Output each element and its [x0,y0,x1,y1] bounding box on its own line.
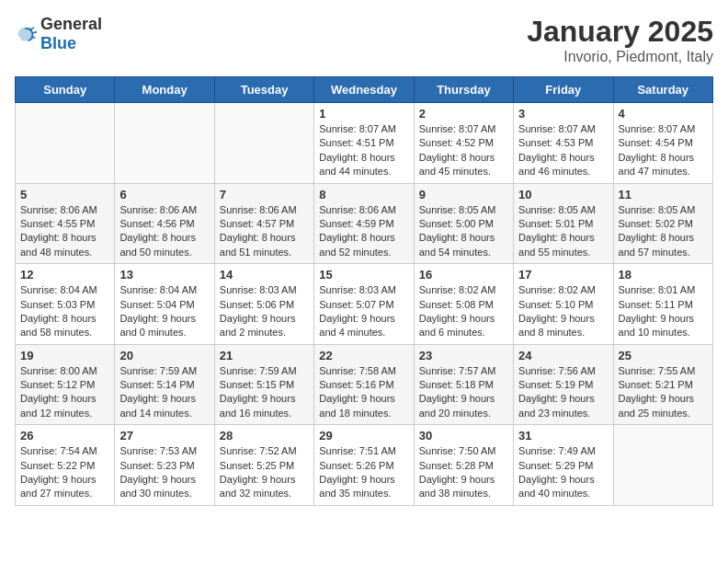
weekday-header-saturday: Saturday [613,77,712,103]
calendar-day-cell: 2Sunrise: 8:07 AM Sunset: 4:52 PM Daylig… [414,103,513,184]
day-number: 20 [119,349,209,362]
weekday-header-thursday: Thursday [414,77,513,103]
day-info: Sunrise: 7:49 AM Sunset: 5:29 PM Dayligh… [518,444,608,501]
day-info: Sunrise: 8:07 AM Sunset: 4:51 PM Dayligh… [319,122,408,179]
calendar-day-cell: 12Sunrise: 8:04 AM Sunset: 5:03 PM Dayli… [16,264,115,345]
day-info: Sunrise: 7:51 AM Sunset: 5:26 PM Dayligh… [319,444,408,501]
day-number: 4 [619,107,708,121]
calendar-day-cell: 4Sunrise: 8:07 AM Sunset: 4:54 PM Daylig… [613,103,712,184]
day-number: 26 [20,429,109,442]
calendar-day-cell: 6Sunrise: 8:06 AM Sunset: 4:56 PM Daylig… [115,183,214,264]
day-number: 19 [20,349,109,362]
calendar-week-row: 19Sunrise: 8:00 AM Sunset: 5:12 PM Dayli… [16,344,713,425]
day-info: Sunrise: 8:06 AM Sunset: 4:56 PM Dayligh… [119,203,209,260]
calendar-day-cell: 24Sunrise: 7:56 AM Sunset: 5:19 PM Dayli… [514,344,613,425]
day-info: Sunrise: 7:55 AM Sunset: 5:21 PM Dayligh… [619,364,708,421]
day-number: 30 [419,429,508,442]
day-number: 12 [20,268,109,282]
day-number: 31 [518,429,608,442]
calendar-day-cell: 23Sunrise: 7:57 AM Sunset: 5:18 PM Dayli… [414,344,513,425]
calendar-day-cell: 22Sunrise: 7:58 AM Sunset: 5:16 PM Dayli… [314,344,414,425]
day-info: Sunrise: 7:59 AM Sunset: 5:14 PM Dayligh… [119,364,209,421]
day-number: 24 [518,349,608,362]
calendar-day-cell: 9Sunrise: 8:05 AM Sunset: 5:00 PM Daylig… [414,183,513,264]
calendar-day-cell: 7Sunrise: 8:06 AM Sunset: 4:57 PM Daylig… [214,183,313,264]
day-info: Sunrise: 7:54 AM Sunset: 5:22 PM Dayligh… [20,444,109,501]
day-number: 6 [119,188,209,201]
day-number: 11 [619,188,708,201]
day-number: 17 [518,268,608,282]
calendar-day-cell [214,103,313,184]
day-info: Sunrise: 7:50 AM Sunset: 5:28 PM Dayligh… [419,444,508,501]
day-number: 1 [319,107,408,121]
calendar-day-cell: 25Sunrise: 7:55 AM Sunset: 5:21 PM Dayli… [613,344,712,425]
day-number: 22 [319,349,408,362]
calendar-week-row: 1Sunrise: 8:07 AM Sunset: 4:51 PM Daylig… [16,103,713,184]
location-subtitle: Invorio, Piedmont, Italy [527,49,713,65]
page-header: General Blue January 2025 Invorio, Piedm… [15,15,713,65]
calendar-day-cell: 14Sunrise: 8:03 AM Sunset: 5:06 PM Dayli… [214,264,313,345]
calendar-day-cell: 28Sunrise: 7:52 AM Sunset: 5:25 PM Dayli… [214,425,313,506]
calendar-day-cell: 16Sunrise: 8:02 AM Sunset: 5:08 PM Dayli… [414,264,513,345]
day-info: Sunrise: 7:59 AM Sunset: 5:15 PM Dayligh… [220,364,309,421]
calendar-day-cell: 21Sunrise: 7:59 AM Sunset: 5:15 PM Dayli… [214,344,313,425]
day-info: Sunrise: 7:53 AM Sunset: 5:23 PM Dayligh… [119,444,209,501]
calendar-day-cell: 31Sunrise: 7:49 AM Sunset: 5:29 PM Dayli… [514,425,613,506]
day-number: 2 [419,107,508,121]
day-number: 21 [220,349,309,362]
title-area: January 2025 Invorio, Piedmont, Italy [527,15,713,65]
day-number: 23 [419,349,508,362]
day-info: Sunrise: 8:07 AM Sunset: 4:52 PM Dayligh… [419,122,508,179]
day-info: Sunrise: 8:06 AM Sunset: 4:57 PM Dayligh… [220,203,309,260]
day-number: 18 [619,268,708,282]
weekday-header-row: SundayMondayTuesdayWednesdayThursdayFrid… [16,77,713,103]
day-number: 27 [119,429,209,442]
logo-blue: Blue [40,34,76,52]
calendar-day-cell [115,103,214,184]
day-number: 3 [518,107,608,121]
day-info: Sunrise: 8:05 AM Sunset: 5:02 PM Dayligh… [619,203,708,260]
calendar-day-cell: 10Sunrise: 8:05 AM Sunset: 5:01 PM Dayli… [514,183,613,264]
day-info: Sunrise: 8:03 AM Sunset: 5:06 PM Dayligh… [220,283,309,340]
day-info: Sunrise: 8:01 AM Sunset: 5:11 PM Dayligh… [619,283,708,340]
day-number: 10 [518,188,608,201]
calendar-week-row: 5Sunrise: 8:06 AM Sunset: 4:55 PM Daylig… [16,183,713,264]
month-title: January 2025 [527,15,713,49]
day-info: Sunrise: 7:56 AM Sunset: 5:19 PM Dayligh… [518,364,608,421]
day-info: Sunrise: 8:02 AM Sunset: 5:08 PM Dayligh… [419,283,508,340]
day-info: Sunrise: 8:02 AM Sunset: 5:10 PM Dayligh… [518,283,608,340]
calendar-day-cell: 1Sunrise: 8:07 AM Sunset: 4:51 PM Daylig… [314,103,414,184]
weekday-header-tuesday: Tuesday [214,77,313,103]
calendar-table: SundayMondayTuesdayWednesdayThursdayFrid… [15,76,713,506]
day-info: Sunrise: 8:00 AM Sunset: 5:12 PM Dayligh… [20,364,109,421]
calendar-day-cell: 3Sunrise: 8:07 AM Sunset: 4:53 PM Daylig… [514,103,613,184]
calendar-day-cell: 29Sunrise: 7:51 AM Sunset: 5:26 PM Dayli… [314,425,414,506]
day-info: Sunrise: 8:07 AM Sunset: 4:53 PM Dayligh… [518,122,608,179]
day-info: Sunrise: 8:04 AM Sunset: 5:03 PM Dayligh… [20,283,109,340]
logo-wordmark: General Blue [40,15,102,53]
calendar-header: SundayMondayTuesdayWednesdayThursdayFrid… [16,77,713,103]
weekday-header-friday: Friday [514,77,613,103]
day-info: Sunrise: 8:04 AM Sunset: 5:04 PM Dayligh… [119,283,209,340]
day-number: 16 [419,268,508,282]
day-number: 7 [220,188,309,201]
day-number: 9 [419,188,508,201]
calendar-day-cell: 8Sunrise: 8:06 AM Sunset: 4:59 PM Daylig… [314,183,414,264]
calendar-day-cell: 17Sunrise: 8:02 AM Sunset: 5:10 PM Dayli… [514,264,613,345]
day-info: Sunrise: 8:06 AM Sunset: 4:59 PM Dayligh… [319,203,408,260]
day-number: 28 [220,429,309,442]
calendar-body: 1Sunrise: 8:07 AM Sunset: 4:51 PM Daylig… [16,103,713,506]
calendar-week-row: 12Sunrise: 8:04 AM Sunset: 5:03 PM Dayli… [16,264,713,345]
calendar-week-row: 26Sunrise: 7:54 AM Sunset: 5:22 PM Dayli… [16,425,713,506]
logo-general: General [40,15,102,33]
weekday-header-sunday: Sunday [16,77,115,103]
weekday-header-wednesday: Wednesday [314,77,414,103]
calendar-day-cell: 30Sunrise: 7:50 AM Sunset: 5:28 PM Dayli… [414,425,513,506]
day-number: 13 [119,268,209,282]
logo: General Blue [15,15,102,53]
calendar-day-cell: 20Sunrise: 7:59 AM Sunset: 5:14 PM Dayli… [115,344,214,425]
day-info: Sunrise: 7:58 AM Sunset: 5:16 PM Dayligh… [319,364,408,421]
calendar-day-cell: 18Sunrise: 8:01 AM Sunset: 5:11 PM Dayli… [613,264,712,345]
calendar-day-cell: 15Sunrise: 8:03 AM Sunset: 5:07 PM Dayli… [314,264,414,345]
calendar-day-cell [613,425,712,506]
